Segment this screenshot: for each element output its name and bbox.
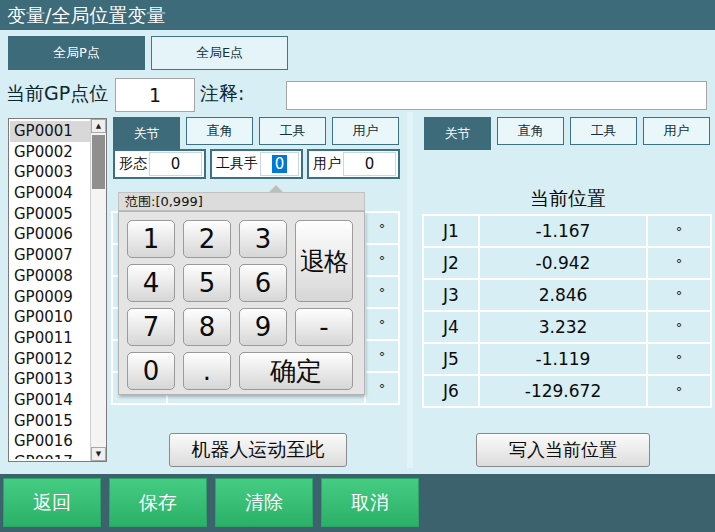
write-current-position-button[interactable]: 写入当前位置: [476, 433, 650, 467]
edit-frame-tab[interactable]: 关节: [113, 117, 180, 150]
edit-frame-tab[interactable]: 用户: [332, 117, 399, 145]
scrollbar-thumb[interactable]: [92, 135, 105, 189]
joint-label-cell: J4: [424, 312, 478, 342]
joint-label-cell: J6: [424, 376, 478, 406]
tab-global-p-points[interactable]: 全局P点: [8, 36, 145, 70]
list-item[interactable]: GP0012: [10, 349, 90, 370]
selected-value-highlight: 0: [272, 155, 288, 173]
key-2[interactable]: 2: [183, 220, 231, 258]
list-item[interactable]: GP0009: [10, 287, 90, 308]
joint-value-cell: -1.167: [480, 216, 646, 246]
key-backspace[interactable]: 退格: [295, 220, 353, 302]
joint-unit-cell: °: [648, 280, 710, 310]
joint-unit-cell: °: [648, 216, 710, 246]
key-7[interactable]: 7: [127, 308, 175, 346]
joint-value-cell: -1.119: [480, 344, 646, 374]
pose-field: 形态0: [113, 149, 206, 179]
current-position-title: 当前位置: [424, 186, 712, 212]
key-8[interactable]: 8: [183, 308, 231, 346]
current-position-table: J1-1.167°J2-0.942°J32.846°J43.232°J5-1.1…: [422, 214, 712, 408]
key-9[interactable]: 9: [239, 308, 287, 346]
pose-field-label: 形态: [115, 155, 149, 173]
edit-frame-tab[interactable]: 工具: [259, 117, 326, 145]
edit-panel-fields: 形态0工具手0用户0: [113, 149, 400, 179]
list-item[interactable]: GP0014: [10, 390, 90, 411]
joint-unit-cell: °: [648, 376, 710, 406]
current-gp-point-label: 当前GP点位: [6, 81, 108, 107]
joint-label-cell: J2: [424, 248, 478, 278]
list-item[interactable]: GP0017: [10, 452, 90, 459]
list-item[interactable]: GP0001: [10, 121, 90, 142]
key-confirm[interactable]: 确定: [239, 352, 353, 390]
scroll-down-icon: ▼: [96, 450, 101, 458]
edit-frame-tab[interactable]: 直角: [186, 117, 253, 145]
tab-global-e-points[interactable]: 全局E点: [151, 36, 288, 70]
joint-label-cell: J3: [424, 280, 478, 310]
cancel-button[interactable]: 取消: [321, 478, 419, 527]
joint-value-cell: -0.942: [480, 248, 646, 278]
panel-divider: [407, 112, 413, 468]
pose-field-value[interactable]: 0: [149, 152, 202, 176]
key-6[interactable]: 6: [239, 264, 287, 302]
key-0[interactable]: 0: [127, 352, 175, 390]
gp-point-list[interactable]: GP0001GP0002GP0003GP0004GP0005GP0006GP00…: [8, 118, 107, 462]
back-button[interactable]: 返回: [3, 478, 101, 527]
key-1[interactable]: 1: [127, 220, 175, 258]
comment-label: 注释:: [200, 81, 244, 107]
save-button[interactable]: 保存: [109, 478, 207, 527]
key-3[interactable]: 3: [239, 220, 287, 258]
joint-unit-cell: °: [648, 248, 710, 278]
global-point-tab-strip: 全局P点全局E点: [8, 36, 288, 70]
bottom-bar: 返回保存清除取消: [0, 474, 715, 532]
scroll-up-icon: ▲: [96, 122, 101, 130]
list-scrollbar[interactable]: ▲ ▼: [90, 119, 106, 461]
list-item[interactable]: GP0010: [10, 307, 90, 328]
title-bar: 变量/全局位置变量: [0, 0, 715, 30]
list-item[interactable]: GP0002: [10, 142, 90, 163]
joint-unit-cell: °: [366, 309, 398, 339]
move-robot-here-button[interactable]: 机器人运动至此: [169, 433, 347, 467]
user-field-label: 用户: [309, 155, 343, 173]
joint-label-cell: J5: [424, 344, 478, 374]
list-item[interactable]: GP0006: [10, 224, 90, 245]
keypad-range-tooltip: 范围:[0,999]: [118, 192, 365, 211]
page-title: 变量/全局位置变量: [7, 4, 165, 26]
variable-global-position-screen: 变量/全局位置变量 全局P点全局E点 当前GP点位 1 注释: GP0001GP…: [0, 0, 715, 532]
list-item[interactable]: GP0005: [10, 204, 90, 225]
joint-value-cell: 3.232: [480, 312, 646, 342]
joint-unit-cell: °: [366, 277, 398, 307]
position-frame-tab[interactable]: 用户: [643, 117, 710, 145]
key-5[interactable]: 5: [183, 264, 231, 302]
comment-input[interactable]: [286, 81, 707, 110]
list-item[interactable]: GP0013: [10, 369, 90, 390]
current-gp-point-input[interactable]: 1: [115, 78, 195, 112]
position-frame-tab[interactable]: 工具: [570, 117, 637, 145]
joint-unit-cell: °: [366, 245, 398, 275]
numeric-keypad: 123退格456789-0.确定: [118, 211, 365, 395]
position-frame-tab[interactable]: 关节: [424, 117, 491, 150]
scroll-down-button[interactable]: ▼: [91, 447, 106, 461]
list-item[interactable]: GP0003: [10, 162, 90, 183]
list-item[interactable]: GP0016: [10, 431, 90, 452]
keypad-grid: 123退格456789-0.确定: [127, 220, 353, 390]
list-item[interactable]: GP0008: [10, 266, 90, 287]
key-4[interactable]: 4: [127, 264, 175, 302]
position-panel-tab-strip: 关节直角工具用户: [424, 117, 710, 150]
joint-unit-cell: °: [366, 213, 398, 243]
user-field: 用户0: [307, 149, 400, 179]
keypad-range-label: 范围:[0,999]: [125, 194, 203, 209]
joint-unit-cell: °: [366, 373, 398, 403]
bottom-button-row: 返回保存清除取消: [3, 478, 419, 527]
joint-value-cell: -129.672: [480, 376, 646, 406]
scroll-up-button[interactable]: ▲: [91, 119, 106, 133]
list-item[interactable]: GP0015: [10, 411, 90, 432]
list-item[interactable]: GP0007: [10, 245, 90, 266]
clear-button[interactable]: 清除: [215, 478, 313, 527]
position-frame-tab[interactable]: 直角: [497, 117, 564, 145]
list-item[interactable]: GP0011: [10, 328, 90, 349]
user-field-value[interactable]: 0: [343, 152, 396, 176]
key-dot[interactable]: .: [183, 352, 231, 390]
tool-hand-field-value[interactable]: 0: [260, 152, 299, 176]
key-minus[interactable]: -: [295, 308, 353, 346]
list-item[interactable]: GP0004: [10, 183, 90, 204]
